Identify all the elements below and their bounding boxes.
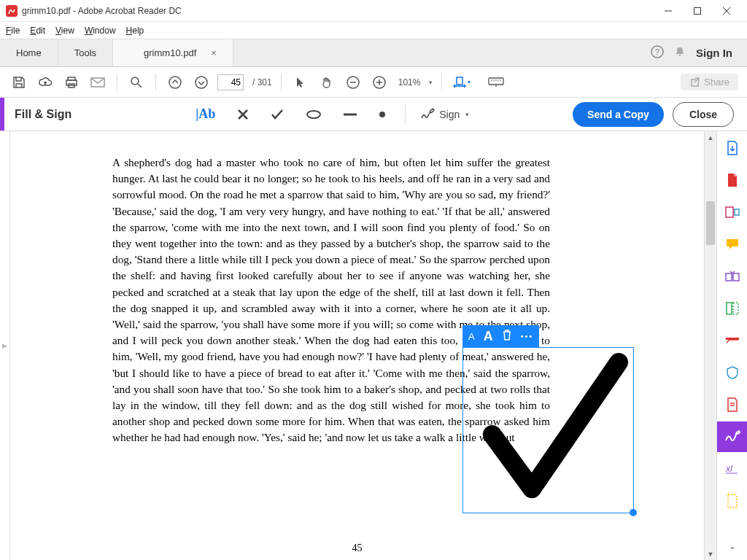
help-icon[interactable]: ? — [651, 45, 664, 61]
redact-icon[interactable] — [724, 332, 740, 349]
checkmark-tool[interactable] — [271, 109, 284, 120]
cloud-upload-icon[interactable] — [35, 72, 55, 93]
menu-view[interactable]: View — [55, 26, 74, 36]
checkmark-icon — [463, 348, 633, 513]
svg-rect-8 — [66, 80, 77, 85]
signature-icon — [420, 108, 435, 121]
svg-point-32 — [379, 112, 385, 117]
hand-icon[interactable] — [317, 72, 337, 93]
delete-annotation-icon[interactable] — [502, 329, 512, 343]
annotation-toolbar: A A ••• — [462, 325, 539, 347]
stamp-icon[interactable] — [724, 493, 740, 509]
checkmark-annotation[interactable] — [462, 347, 634, 513]
menu-help[interactable]: Help — [126, 26, 144, 36]
text-smaller-button[interactable]: A — [468, 331, 475, 342]
page-total-label: / 301 — [252, 77, 272, 88]
oval-tool[interactable] — [306, 109, 322, 120]
dot-tool[interactable] — [379, 111, 386, 118]
svg-rect-20 — [457, 77, 462, 85]
print-icon[interactable] — [61, 72, 82, 93]
pointer-icon[interactable] — [290, 72, 311, 93]
tab-document-label: grimm10.pdf — [144, 47, 196, 58]
tab-home[interactable]: Home — [0, 39, 58, 66]
svg-point-30 — [307, 111, 320, 118]
svg-point-27 — [500, 79, 502, 81]
keyboard-icon[interactable] — [486, 72, 506, 93]
page-number-footer: 45 — [10, 542, 704, 554]
svg-line-12 — [138, 84, 142, 88]
share-label: Share — [704, 77, 729, 88]
cross-tool[interactable] — [237, 109, 249, 120]
tab-document[interactable]: grimm10.pdf × — [113, 39, 233, 66]
save-icon[interactable] — [9, 72, 29, 93]
send-copy-button[interactable]: Send a Copy — [573, 102, 664, 127]
page-down-icon[interactable] — [191, 72, 212, 93]
close-button[interactable]: Close — [673, 102, 734, 127]
zoom-dropdown-icon[interactable]: ▾ — [429, 79, 433, 86]
compress-icon[interactable] — [724, 397, 740, 413]
document-viewport[interactable]: A shepherd's dog had a master who took n… — [10, 131, 704, 560]
left-panel-expander[interactable]: ▶ — [0, 131, 10, 560]
zoom-out-icon[interactable] — [343, 72, 363, 93]
fill-sign-toolbar: Fill & Sign |Ab Sign ▾ Send a Copy Close — [0, 98, 747, 131]
tab-tools[interactable]: Tools — [58, 39, 113, 66]
bell-icon[interactable] — [674, 46, 686, 61]
acrobat-icon — [6, 5, 18, 17]
menu-edit[interactable]: Edit — [30, 26, 45, 36]
svg-text:?: ? — [655, 47, 659, 56]
maximize-button[interactable] — [683, 0, 712, 22]
svg-rect-33 — [726, 207, 733, 217]
minimize-button[interactable] — [654, 0, 683, 22]
close-window-button[interactable] — [712, 0, 741, 22]
scroll-up-icon[interactable]: ▲ — [705, 131, 716, 144]
zoom-find-icon[interactable] — [126, 72, 147, 93]
fill-sign-accent — [0, 98, 4, 131]
create-pdf-icon[interactable] — [724, 172, 740, 188]
edit-pdf-icon[interactable] — [724, 204, 740, 220]
zoom-in-icon[interactable] — [369, 72, 390, 93]
text-larger-button[interactable]: A — [484, 329, 493, 344]
menu-file[interactable]: File — [6, 26, 20, 36]
export-pdf-icon[interactable] — [724, 140, 740, 156]
svg-point-24 — [494, 79, 495, 81]
sign-in-button[interactable]: Sign In — [696, 47, 732, 59]
main-toolbar: / 301 101% ▾ ▾ Share — [0, 67, 747, 98]
comment-icon[interactable] — [724, 236, 740, 252]
svg-rect-36 — [733, 273, 739, 281]
text-tool[interactable]: |Ab — [196, 106, 215, 122]
menu-window[interactable]: Window — [85, 26, 116, 36]
svg-point-14 — [196, 77, 207, 88]
line-tool[interactable] — [344, 113, 357, 116]
more-tools-icon[interactable]: xl — [724, 461, 740, 477]
protect-icon[interactable] — [724, 365, 740, 381]
sign-tool[interactable]: Sign ▾ — [420, 108, 469, 121]
scroll-thumb[interactable] — [706, 201, 715, 245]
combine-files-icon[interactable] — [724, 268, 740, 284]
svg-point-13 — [169, 77, 181, 88]
fit-width-icon[interactable]: ▾ — [451, 72, 471, 93]
right-tools-panel: xl ⌄ — [716, 131, 747, 560]
svg-point-11 — [131, 77, 139, 85]
svg-text:xl: xl — [726, 464, 732, 474]
tab-bar: Home Tools grimm10.pdf × ? Sign In — [0, 39, 747, 67]
scroll-down-icon[interactable]: ▼ — [705, 548, 716, 560]
share-button[interactable]: Share — [681, 74, 738, 90]
more-options-icon[interactable]: ••• — [521, 332, 534, 341]
title-bar: grimm10.pdf - Adobe Acrobat Reader DC — [0, 0, 747, 22]
zoom-level[interactable]: 101% — [398, 77, 421, 88]
svg-point-25 — [496, 79, 498, 81]
menu-bar: File Edit View Window Help — [0, 22, 747, 39]
mail-icon[interactable] — [88, 72, 108, 93]
svg-point-26 — [498, 79, 500, 81]
resize-handle[interactable] — [630, 509, 637, 516]
page-number-input[interactable] — [217, 74, 244, 90]
chevron-down-icon[interactable]: ⌄ — [724, 538, 740, 554]
page-up-icon[interactable] — [165, 72, 185, 93]
fill-sign-title: Fill & Sign — [15, 108, 71, 121]
organize-pages-icon[interactable] — [724, 300, 740, 316]
vertical-scrollbar[interactable]: ▲ ▼ — [704, 131, 716, 560]
svg-rect-34 — [735, 209, 739, 215]
fill-sign-panel-icon[interactable] — [717, 421, 748, 452]
tab-close-icon[interactable]: × — [211, 47, 217, 58]
window-title: grimm10.pdf - Adobe Acrobat Reader DC — [22, 6, 182, 16]
